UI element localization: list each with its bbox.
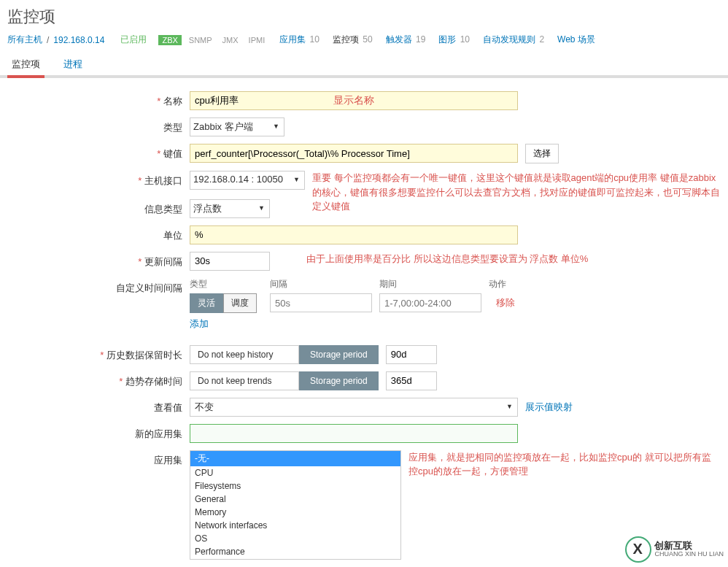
note-apps: 应用集，就是把相同的监控项放在一起，比如监控cpu的 就可以把所有监控cpu的放…: [408, 450, 715, 479]
input-ci-period[interactable]: [379, 293, 481, 312]
app-item-net[interactable]: Network interfaces: [190, 519, 400, 532]
badge-jmx: JMX: [220, 35, 241, 45]
tab-process[interactable]: 进程: [59, 53, 87, 78]
label-showvalue: 查看值: [7, 398, 190, 414]
select-infotype[interactable]: 浮点数: [190, 199, 270, 218]
label-type: 类型: [7, 117, 190, 134]
tab-item[interactable]: 监控项: [7, 53, 44, 78]
link-remove[interactable]: 移除: [496, 296, 515, 309]
history-opt2[interactable]: Storage period: [299, 345, 379, 364]
nav-items[interactable]: 监控项 50: [333, 34, 373, 46]
nav-graphs[interactable]: 图形 10: [438, 34, 470, 46]
logo-icon: [625, 536, 651, 563]
badge-zbx: ZBX: [158, 35, 181, 45]
nav-triggers[interactable]: 触发器 19: [386, 34, 426, 46]
link-add[interactable]: 添加: [190, 318, 209, 329]
logo-badge: 创新互联 CHUANG XIN HU LIAN: [625, 536, 724, 563]
label-units: 单位: [7, 225, 190, 242]
bc-all-hosts[interactable]: 所有主机: [7, 34, 42, 46]
label-custom-interval: 自定义时间间隔: [7, 278, 190, 295]
breadcrumb: 所有主机 / 192.168.0.14 已启用 ZBX SNMP JMX IPM…: [0, 29, 728, 53]
app-list[interactable]: -无- CPU Filesystems General Memory Netwo…: [190, 450, 401, 560]
logo-sub: CHUANG XIN HU LIAN: [654, 551, 724, 558]
logo-brand: 创新互联: [654, 541, 724, 551]
app-item-none[interactable]: -无-: [190, 451, 400, 466]
btn-select-key[interactable]: 选择: [525, 144, 559, 163]
label-history: 历史数据保留时长: [7, 345, 190, 362]
app-item-general[interactable]: General: [190, 493, 400, 506]
select-type[interactable]: Zabbix 客户端: [190, 117, 284, 136]
input-units[interactable]: [190, 225, 518, 244]
ih-interval: 间隔: [270, 278, 379, 290]
trends-opt1[interactable]: Do not keep trends: [190, 371, 299, 390]
app-item-fs[interactable]: Filesystems: [190, 479, 400, 493]
input-key[interactable]: [190, 144, 518, 163]
status-enabled: 已启用: [120, 34, 147, 46]
note-interval: 由于上面使用率是百分比 所以这边信息类型要设置为 浮点数 单位%: [306, 252, 588, 266]
trends-opt2[interactable]: Storage period: [299, 371, 379, 390]
nav-web[interactable]: Web 场景: [557, 34, 595, 46]
select-hostif[interactable]: 192.168.0.14 : 10050: [190, 171, 305, 190]
input-interval[interactable]: [190, 252, 270, 271]
seg-flex[interactable]: 灵活: [190, 293, 223, 313]
app-item-perf[interactable]: Performance: [190, 545, 400, 558]
link-valuemap[interactable]: 展示值映射: [525, 401, 573, 414]
bc-sep: /: [47, 35, 49, 45]
ih-period: 期间: [379, 278, 489, 290]
bc-host[interactable]: 192.168.0.14: [53, 35, 104, 45]
label-newapp: 新的应用集: [7, 424, 190, 441]
select-showvalue[interactable]: 不变: [190, 398, 518, 417]
app-item-os[interactable]: OS: [190, 532, 400, 545]
input-newapp[interactable]: [190, 424, 518, 443]
input-ci-interval[interactable]: [270, 293, 372, 312]
label-apps: 应用集: [7, 450, 190, 467]
tabs: 监控项 进程: [0, 53, 728, 78]
nav-discovery[interactable]: 自动发现规则 2: [483, 34, 544, 46]
page-title: 监控项: [7, 6, 721, 28]
label-interval: 更新间隔: [7, 252, 190, 269]
label-key: 键值: [7, 144, 190, 161]
input-history[interactable]: [386, 345, 437, 364]
label-hostif: 主机接口: [7, 171, 190, 188]
badge-ipmi: IPMI: [246, 35, 268, 45]
app-item-proc[interactable]: Processes: [190, 558, 400, 560]
ih-action: 动作: [489, 278, 533, 290]
label-infotype: 信息类型: [7, 199, 190, 216]
label-name: 名称: [7, 91, 190, 108]
label-trends: 趋势存储时间: [7, 371, 190, 388]
seg-sched[interactable]: 调度: [223, 293, 257, 313]
badge-snmp: SNMP: [186, 35, 215, 45]
ih-type: 类型: [190, 278, 270, 290]
input-name[interactable]: [190, 91, 518, 110]
app-item-memory[interactable]: Memory: [190, 506, 400, 519]
input-trends[interactable]: [386, 371, 437, 390]
nav-apps[interactable]: 应用集 10: [279, 34, 320, 46]
history-opt1[interactable]: Do not keep history: [190, 345, 299, 364]
app-item-cpu[interactable]: CPU: [190, 466, 400, 479]
